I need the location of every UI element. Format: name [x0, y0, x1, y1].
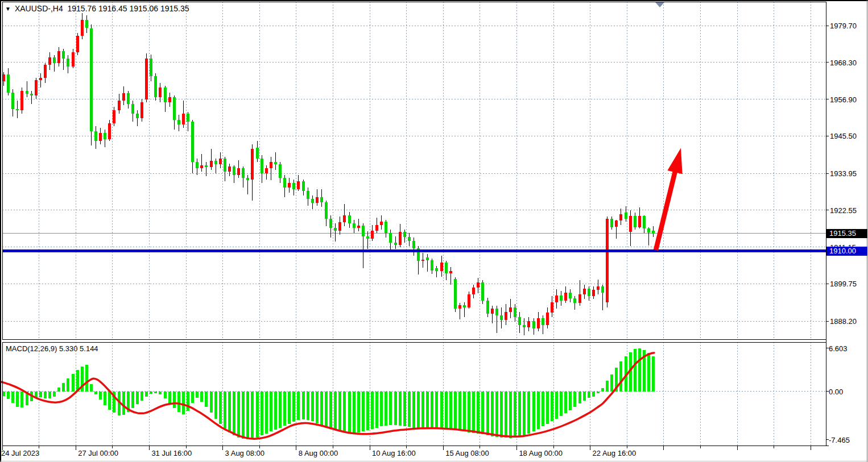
price-axis-label: 1956.90	[830, 95, 857, 103]
macd-axis-label: -7.465	[829, 435, 850, 444]
price-axis-label: 1968.30	[830, 58, 857, 66]
time-axis-label: 15 Aug 08:00	[445, 449, 489, 457]
symbol-dropdown-icon[interactable]: ▼	[5, 6, 11, 12]
macd-axis-label: 0.00	[829, 387, 843, 396]
price-axis-label: 1922.55	[830, 206, 857, 214]
support-level-badge: 1910.00	[826, 247, 867, 256]
time-axis-label: 24 Jul 2023	[1, 449, 39, 457]
price-axis-label: 1888.20	[830, 317, 857, 326]
time-axis-label: 3 Aug 08:00	[225, 449, 264, 457]
time-axis-label: 18 Aug 00:00	[519, 449, 563, 457]
time-axis-label: 27 Jul 00:00	[78, 449, 118, 457]
symbol-period-label: XAUUSD-,H4	[15, 4, 63, 13]
time-axis-label: 31 Jul 16:00	[151, 449, 192, 457]
chart-surface[interactable]	[0, 0, 868, 462]
macd-axis-label: 6.603	[829, 344, 848, 352]
chart-shift-marker-icon[interactable]	[655, 2, 664, 7]
ohlc-values: 1915.76 1916.45 1915.06 1915.35	[67, 4, 189, 13]
macd-indicator-label: MACD(12,26,9) 5.330 5.144	[6, 344, 98, 353]
price-axis-label: 1979.70	[830, 22, 857, 30]
price-axis-label: 1933.95	[830, 169, 857, 178]
chart-header: ▼XAUUSD-,H4 1915.76 1916.45 1915.06 1915…	[5, 4, 189, 13]
time-axis-label: 8 Aug 00:00	[299, 449, 338, 457]
time-axis-label: 22 Aug 16:00	[593, 449, 636, 457]
time-axis-label: 10 Aug 16:00	[372, 449, 416, 457]
mt4-chart-window: ▼XAUUSD-,H4 1915.76 1916.45 1915.06 1915…	[0, 0, 868, 462]
current-price-badge: 1915.35	[826, 229, 867, 238]
price-axis-label: 1899.75	[830, 280, 857, 288]
price-axis-label: 1945.50	[830, 132, 857, 140]
